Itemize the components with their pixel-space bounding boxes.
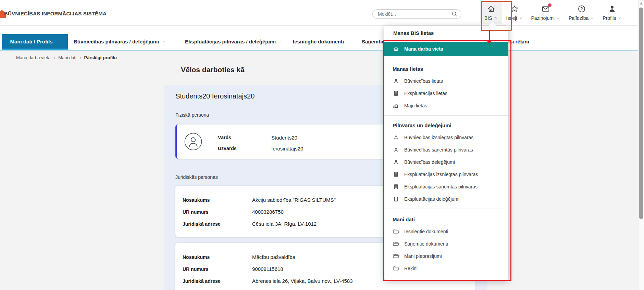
menu-item-b-vniec-bas-sa-emt-s-pilnvaras[interactable]: Būvniecības saņemtās pilnvaras xyxy=(384,144,508,156)
menu-item-ekspluat-cijas-izsniegt-s-pilnvaras[interactable]: Ekspluatācijas izsniegtās pilnvaras xyxy=(384,168,508,181)
breadcrumb-item[interactable]: Mani dati xyxy=(58,55,76,60)
folder-icon xyxy=(393,253,399,260)
folder-icon xyxy=(393,265,399,272)
menu-item-ekspluat-cijas-lietas[interactable]: Ekspluatācijas lietas xyxy=(384,87,508,100)
nav-item-label: Palīdzība xyxy=(569,15,589,21)
menu-divider xyxy=(384,209,508,209)
tab-ekspluat-cijas-pilnvaras-dele-jumi[interactable]: Ekspluatācijas pilnvaras / deleģējumi xyxy=(185,34,283,49)
field-value: Cēsu iela 3A, Rīga, LV-1012 xyxy=(252,221,317,227)
field-value: Mācību pašvaldība xyxy=(252,254,295,260)
menu-item-b-vniec-bas-lietas[interactable]: Būvniecības lietas xyxy=(384,75,508,87)
physical-person-label: Fiziskā persona xyxy=(175,112,209,118)
tab-label: Būvniecības pilnvaras / deleģējumi xyxy=(74,39,159,44)
tab-iesniegtie-dokumenti[interactable]: Iesniegtie dokumenti xyxy=(293,34,344,49)
building-icon xyxy=(393,183,399,190)
field-row: NosaukumsAkciju sabiedrība "RĪGAS SILTUM… xyxy=(183,194,336,206)
menu-item-label: Ekspluatācijas lietas xyxy=(404,91,447,96)
chevron-icon xyxy=(518,16,523,21)
field-label: Nosaukums xyxy=(183,197,252,203)
field-value: Akciju sabiedrība "RĪGAS SILTUMS" xyxy=(252,197,336,203)
page-content: Mana darba vieta›Mani dati›Pārslēgt prof… xyxy=(0,51,644,290)
field-label: UR numurs xyxy=(183,209,252,215)
scrollbar-thumb[interactable] xyxy=(639,8,643,219)
menu-item-m-ju-lietas[interactable]: Māju lietas xyxy=(384,100,508,112)
search-input[interactable] xyxy=(377,11,451,17)
nav-item-label: BIS xyxy=(484,15,492,21)
menu-item-label: Būvniecības deleģējumi xyxy=(404,159,455,165)
field-label: Uzvārds xyxy=(218,146,271,151)
nav-item-bis[interactable]: BIS xyxy=(480,1,502,24)
chevron-icon xyxy=(590,16,594,21)
breadcrumb-separator: › xyxy=(79,55,81,60)
bis-menu: Manas BIS lietas Mana darba vieta Manas … xyxy=(384,26,508,280)
breadcrumb: Mana darba vieta›Mani dati›Pārslēgt prof… xyxy=(16,55,117,60)
tab-label: Iesniegtie dokumenti xyxy=(293,39,344,44)
house-icon xyxy=(393,102,399,109)
menu-section-title: Manas lietas xyxy=(384,63,508,75)
menu-item-ekspluat-cijas-dele-jumi[interactable]: Ekspluatācijas deleģējumi xyxy=(384,193,508,205)
builder-icon xyxy=(393,134,399,141)
chevron-icon xyxy=(55,39,60,44)
menu-item-label: Mana darba vieta xyxy=(404,46,443,52)
menu-item-ekspluat-cijas-sa-emt-s-pilnvaras[interactable]: Ekspluatācijas saņemtās pilnvaras xyxy=(384,181,508,193)
menu-item-b-vniec-bas-dele-jumi[interactable]: Būvniecības deleģējumi xyxy=(384,156,508,168)
field-label: Juridiskā adrese xyxy=(183,278,252,284)
nav-item-profils[interactable]: Profils xyxy=(598,1,626,24)
menu-divider xyxy=(384,115,508,116)
nav-item-label: Īsceļi xyxy=(506,15,517,21)
nav-item-isceli[interactable]: Īsceļi xyxy=(502,1,527,24)
tab-visi-r-ini[interactable]: Visi rēķini xyxy=(505,34,529,49)
menu-item-b-vniec-bas-izsniegt-s-pilnvaras[interactable]: Būvniecības izsniegtās pilnvaras xyxy=(384,131,508,144)
nav-item-label: Profils xyxy=(603,15,616,21)
menu-item-iesniegtie-dokumenti[interactable]: Iesniegtie dokumenti xyxy=(384,225,508,238)
field-row: VārdsStudents20 xyxy=(218,132,303,143)
home-icon xyxy=(393,45,399,52)
menu-item-mana-darba-vieta[interactable]: Mana darba vieta xyxy=(384,42,508,56)
chevron-icon xyxy=(161,39,166,44)
nav-item-label: Paziņojumi xyxy=(531,15,554,21)
nav-item-palidziba[interactable]: Palīdzība xyxy=(565,1,598,24)
field-row: UzvārdsIerosinātājs20 xyxy=(218,143,303,154)
field-row: NosaukumsMācību pašvaldība xyxy=(183,251,353,263)
notification-badge xyxy=(548,3,552,7)
menu-item-label: Būvniecības izsniegtās pilnvaras xyxy=(404,135,473,140)
profile-card-title: Students20 Ierosinātājs20 xyxy=(175,92,255,100)
vertical-scrollbar[interactable] xyxy=(638,0,644,290)
main-nav-tabbar: Mani dati / ProfilsBūvniecības pilnvaras… xyxy=(0,25,644,51)
chevron-icon xyxy=(617,16,622,21)
top-nav: BISĪsceļiPaziņojumiPalīdzībaProfils xyxy=(480,1,626,24)
tab-b-vniec-bas-pilnvaras-dele-jumi[interactable]: Būvniecības pilnvaras / deleģējumi xyxy=(74,34,166,49)
menu-item-r-ini[interactable]: Rēķini xyxy=(384,262,508,275)
tab-mani-dati-profils[interactable]: Mani dati / Profils xyxy=(2,34,68,49)
field-label: Vārds xyxy=(218,135,271,140)
menu-item-label: Iesniegtie dokumenti xyxy=(404,229,448,234)
menu-item-label: Ekspluatācijas saņemtās pilnvaras xyxy=(404,184,478,189)
app-title: BŪVNIECĪBAS INFORMĀCIJAS SISTĒMA xyxy=(4,11,107,16)
tab-label: Mani dati / Profils xyxy=(10,39,52,44)
field-label: Nosaukums xyxy=(183,254,252,260)
menu-section-title: Mani dati xyxy=(384,213,508,225)
breadcrumb-item: Pārslēgt profilu xyxy=(84,55,117,60)
nav-item-pazinojumi[interactable]: Paziņojumi xyxy=(527,1,564,24)
menu-item-label: Ekspluatācijas deleģējumi xyxy=(404,196,459,202)
scrollbar-up-arrow[interactable] xyxy=(640,2,643,4)
builder-icon xyxy=(393,78,399,84)
page-title: Vēlos darboties kā xyxy=(181,66,245,74)
building-icon xyxy=(393,90,399,97)
menu-item-label: Ekspluatācijas izsniegtās pilnvaras xyxy=(404,172,478,177)
help-icon xyxy=(577,4,586,13)
search-icon[interactable] xyxy=(451,11,458,17)
person-icon xyxy=(608,4,617,13)
menu-item-sa-emtie-dokumenti[interactable]: Saņemtie dokumenti xyxy=(384,238,508,250)
menu-item-mani-piepras-jumi[interactable]: Mani pieprasījumi xyxy=(384,250,508,262)
chevron-icon xyxy=(493,16,498,21)
folder-icon xyxy=(393,240,399,247)
home-icon xyxy=(487,4,496,13)
menu-item-label: Rēķini xyxy=(404,266,418,271)
bis-menu-header: Manas BIS lietas xyxy=(384,26,508,40)
menu-item-label: Būvniecības lietas xyxy=(404,78,443,84)
building-icon xyxy=(393,171,399,178)
breadcrumb-item[interactable]: Mana darba vieta xyxy=(16,55,50,60)
folder-icon xyxy=(393,228,399,235)
field-row: UR numurs90009115618 xyxy=(183,263,353,275)
